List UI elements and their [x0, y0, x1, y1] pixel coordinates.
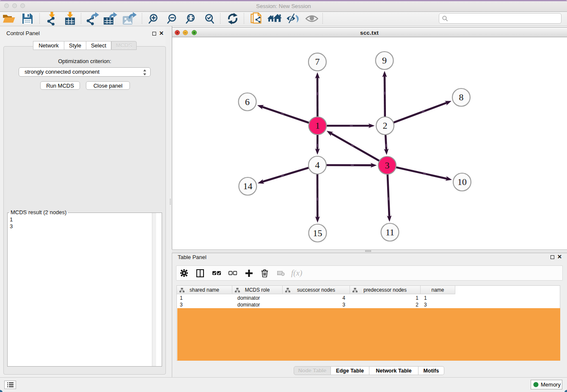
svg-text:6: 6 [245, 97, 250, 107]
svg-text:14: 14 [243, 181, 252, 191]
svg-text:1: 1 [315, 120, 320, 131]
svg-text:4: 4 [315, 160, 320, 170]
svg-text:11: 11 [385, 227, 394, 237]
svg-text:7: 7 [315, 56, 320, 67]
svg-text:2: 2 [383, 120, 388, 131]
svg-text:3: 3 [385, 160, 390, 171]
svg-text:15: 15 [313, 228, 322, 238]
svg-text:9: 9 [382, 55, 387, 66]
svg-text:8: 8 [459, 92, 464, 102]
svg-text:10: 10 [457, 177, 467, 187]
